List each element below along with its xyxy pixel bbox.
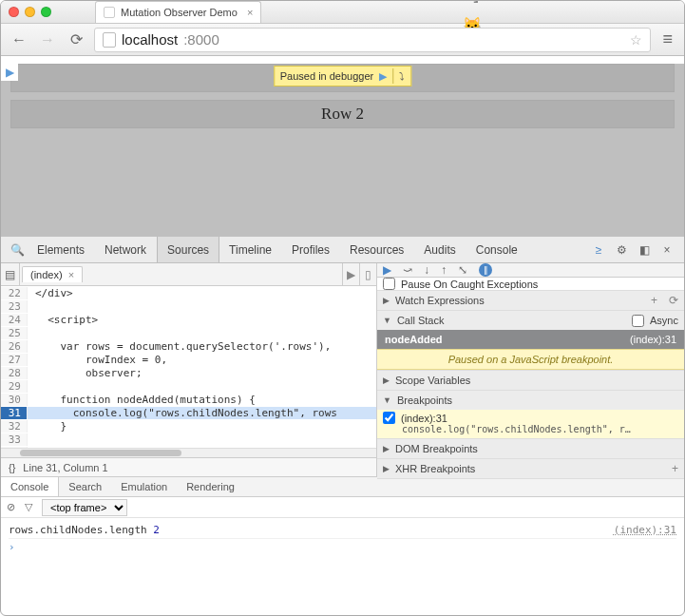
panel-tab-elements[interactable]: Elements bbox=[28, 237, 95, 262]
code-line[interactable]: 24 <script> bbox=[1, 313, 376, 326]
window-zoom-button[interactable] bbox=[41, 7, 51, 17]
console-prompt[interactable]: › bbox=[9, 539, 676, 555]
line-number[interactable]: 31 bbox=[1, 407, 28, 419]
line-number[interactable]: 22 bbox=[1, 287, 28, 299]
code-line[interactable]: 33 bbox=[1, 433, 376, 446]
drawer-tab-search[interactable]: Search bbox=[59, 477, 111, 496]
console-log-source[interactable]: (index):31 bbox=[614, 524, 676, 536]
back-button[interactable]: ← bbox=[9, 29, 29, 50]
toggle-drawer-icon[interactable]: ≥ bbox=[587, 237, 610, 262]
drawer-tab-rendering[interactable]: Rendering bbox=[177, 477, 244, 496]
reload-button[interactable]: ⟳ bbox=[66, 29, 86, 50]
devtools-close-icon[interactable]: × bbox=[656, 237, 678, 262]
code-line[interactable]: 27 rowIndex = 0, bbox=[1, 353, 376, 366]
editor-tabstrip: ▤ (index) × ▶ ▯ bbox=[1, 263, 376, 286]
dom-breakpoints-header[interactable]: ▶ DOM Breakpoints bbox=[377, 439, 684, 458]
callstack-header[interactable]: ▼ Call Stack Async bbox=[377, 311, 684, 330]
pause-on-caught-row[interactable]: Pause On Caught Exceptions bbox=[377, 278, 684, 291]
window-minimize-button[interactable] bbox=[25, 7, 35, 17]
line-number[interactable]: 27 bbox=[1, 354, 28, 366]
history-back-icon[interactable]: ▶ bbox=[342, 263, 359, 285]
code-line[interactable]: 26 var rows = document.querySelector('.r… bbox=[1, 339, 376, 353]
chrome-menu-icon[interactable]: ≡ bbox=[658, 29, 676, 49]
code-line[interactable]: 23 bbox=[1, 299, 376, 313]
panel-tab-console[interactable]: Console bbox=[466, 237, 528, 262]
panel-tab-sources[interactable]: Sources bbox=[157, 237, 219, 262]
line-number[interactable]: 23 bbox=[1, 300, 28, 313]
deactivate-breakpoints-icon[interactable]: ⤡ bbox=[458, 263, 467, 277]
line-number[interactable]: 30 bbox=[1, 394, 28, 406]
code-line[interactable]: 31 console.log("rows.childNodes.length",… bbox=[1, 406, 376, 419]
step-into-icon[interactable]: ↓ bbox=[424, 263, 429, 277]
resume-icon[interactable]: ▶ bbox=[383, 263, 391, 277]
file-tab-index[interactable]: (index) × bbox=[22, 266, 83, 282]
add-xhr-icon[interactable]: + bbox=[672, 462, 678, 475]
page-resume-icon[interactable]: ▶ bbox=[1, 64, 18, 81]
panel-tab-profiles[interactable]: Profiles bbox=[282, 237, 340, 262]
file-tab-close-icon[interactable]: × bbox=[68, 269, 74, 280]
address-bar[interactable]: localhost:8000 ☆ bbox=[94, 28, 651, 52]
async-checkbox[interactable] bbox=[632, 315, 644, 327]
panel-tab-network[interactable]: Network bbox=[95, 237, 157, 262]
step-out-icon[interactable]: ↑ bbox=[441, 263, 447, 277]
line-number[interactable]: 29 bbox=[1, 380, 28, 393]
code-line[interactable]: 28 observer; bbox=[1, 366, 376, 379]
code-text: } bbox=[28, 420, 376, 433]
step-over-icon[interactable]: ⤻ bbox=[403, 263, 412, 277]
overlay-step-icon[interactable]: ⤵ bbox=[399, 70, 405, 82]
breakpoints-label: Breakpoints bbox=[397, 395, 452, 406]
bookmark-icon[interactable]: ☆ bbox=[630, 32, 642, 48]
tab-close-icon[interactable]: × bbox=[247, 7, 253, 18]
pause-on-caught-checkbox[interactable] bbox=[383, 278, 395, 290]
filter-icon[interactable]: ▽ bbox=[25, 501, 32, 513]
code-line[interactable]: 25 bbox=[1, 326, 376, 339]
drawer-tab-emulation[interactable]: Emulation bbox=[111, 477, 177, 496]
tab-title: Mutation Observer Demo bbox=[121, 7, 238, 18]
overlay-resume-icon[interactable]: ▶ bbox=[379, 70, 387, 83]
scrollbar-thumb[interactable] bbox=[20, 450, 181, 456]
code-line[interactable]: 32 } bbox=[1, 419, 376, 433]
code-line[interactable]: 29 bbox=[1, 379, 376, 393]
code-line[interactable]: 22</div> bbox=[1, 286, 376, 299]
pause-exceptions-icon[interactable]: ‖ bbox=[479, 263, 492, 277]
fullscreen-icon[interactable] bbox=[466, 0, 479, 7]
watch-header[interactable]: ▶ Watch Expressions + ⟳ bbox=[377, 291, 684, 310]
more-tabs-icon[interactable]: ▯ bbox=[359, 263, 376, 285]
line-number[interactable]: 24 bbox=[1, 314, 28, 326]
navigator-toggle-icon[interactable]: ▤ bbox=[1, 263, 20, 285]
editor-scrollbar[interactable] bbox=[1, 448, 376, 457]
panel-tab-audits[interactable]: Audits bbox=[414, 237, 466, 262]
breakpoints-header[interactable]: ▼ Breakpoints bbox=[377, 391, 684, 410]
breakpoint-checkbox[interactable] bbox=[383, 412, 395, 424]
line-number[interactable]: 28 bbox=[1, 367, 28, 379]
code-line[interactable]: 30 function nodeAdded(mutations) { bbox=[1, 393, 376, 406]
xhr-breakpoints-header[interactable]: ▶ XHR Breakpoints + bbox=[377, 459, 684, 478]
line-number[interactable]: 32 bbox=[1, 420, 28, 433]
settings-gear-icon[interactable]: ⚙ bbox=[610, 237, 633, 262]
refresh-watch-icon[interactable]: ⟳ bbox=[669, 294, 678, 307]
editor-statusbar: {} Line 31, Column 1 bbox=[1, 457, 376, 476]
add-watch-icon[interactable]: + bbox=[651, 294, 657, 307]
format-icon[interactable]: {} bbox=[9, 462, 15, 473]
browser-tab[interactable]: Mutation Observer Demo × bbox=[95, 1, 261, 23]
line-number[interactable]: 26 bbox=[1, 340, 28, 353]
breakpoint-entry[interactable]: (index):31 console.log("rows.childNodes.… bbox=[377, 410, 684, 438]
context-selector[interactable]: <top frame> bbox=[42, 499, 127, 516]
callstack-frame[interactable]: nodeAdded (index):31 bbox=[377, 330, 684, 349]
clear-console-icon[interactable]: ⊘ bbox=[7, 501, 15, 513]
dock-side-icon[interactable]: ◧ bbox=[633, 237, 656, 262]
line-number[interactable]: 25 bbox=[1, 327, 28, 339]
line-number[interactable]: 33 bbox=[1, 433, 28, 446]
panel-tab-resources[interactable]: Resources bbox=[340, 237, 414, 262]
code-editor[interactable]: 22</div>2324 <script>2526 var rows = doc… bbox=[1, 286, 376, 448]
console-output[interactable]: rows.childNodes.length 2 (index):31 › bbox=[1, 518, 684, 559]
xhr-breakpoints-label: XHR Breakpoints bbox=[395, 463, 475, 474]
watch-label: Watch Expressions bbox=[395, 295, 485, 306]
inspect-icon[interactable]: 🔍 bbox=[7, 237, 28, 262]
drawer-tab-console[interactable]: Console bbox=[1, 477, 59, 496]
forward-button[interactable]: → bbox=[37, 29, 58, 50]
window-close-button[interactable] bbox=[9, 7, 19, 17]
debugger-paused-overlay: Paused in debugger ▶ ⤵ bbox=[274, 66, 411, 87]
panel-tab-timeline[interactable]: Timeline bbox=[219, 237, 282, 262]
scope-header[interactable]: ▶ Scope Variables bbox=[377, 371, 684, 390]
